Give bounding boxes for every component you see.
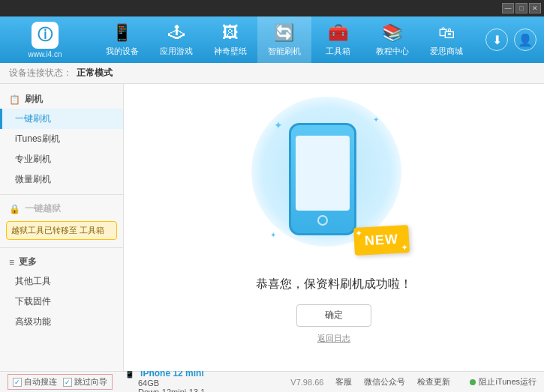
maximize-button[interactable]: □ [515,3,527,13]
auto-connect-check-icon: ✓ [13,378,22,387]
nav-tutorials[interactable]: 📚 教程中心 [365,16,419,63]
more-section-icon: ≡ [9,257,14,268]
sidebar: 📋 刷机 一键刷机 iTunes刷机 专业刷机 微量刷机 🔒 一键越狱 越狱工具… [0,84,124,371]
nav-store-label: 爱思商城 [430,46,463,57]
skip-wizard-checkbox[interactable]: ✓ 跳过向导 [63,376,107,388]
content-area: ✦ ✦ ✦ NEW 恭喜您，保资料刷机成功啦！ 确定 返回日志 [124,84,544,371]
nav-wallpaper-label: 神奇壁纸 [214,46,247,57]
tools-icon: 🧰 [328,23,348,43]
device-info: 📱 iPhone 12 mini 64GB Down-12mini-13,1 [125,368,205,393]
skip-wizard-label: 跳过向导 [74,376,107,388]
itunes-status: 阻止iTunes运行 [470,376,536,388]
jailbreak-section-title: 一键越狱 [25,202,61,215]
bottom-bar: ✓ 自动搜连 ✓ 跳过向导 📱 iPhone 12 mini 64GB Down… [0,371,544,392]
main-area: 📋 刷机 一键刷机 iTunes刷机 专业刷机 微量刷机 🔒 一键越狱 越狱工具… [0,84,544,371]
checkbox-group: ✓ 自动搜连 ✓ 跳过向导 [8,374,113,390]
sidebar-section-jailbreak: 🔒 一键越狱 [0,199,123,218]
nav-tools[interactable]: 🧰 工具箱 [311,16,365,63]
status-label: 设备连接状态： [9,67,72,79]
sidebar-item-wipe-flash[interactable]: 微量刷机 [0,169,123,190]
flash-section-icon: 📋 [9,94,20,105]
phone-screen [296,136,350,211]
flash-section-title: 刷机 [25,93,43,106]
nav-store[interactable]: 🛍 爱思商城 [419,16,473,63]
back-log-link[interactable]: 返回日志 [317,333,350,344]
minimize-button[interactable]: — [502,3,514,13]
sidebar-item-advanced[interactable]: 高级功能 [0,312,123,332]
title-bar: — □ ✕ [0,0,544,16]
smart-flash-icon: 🔄 [274,23,294,43]
wechat-link[interactable]: 微信公众号 [364,376,405,388]
jailbreak-warning: 越狱工具已转移至 工具箱 [6,221,117,240]
pro-flash-label: 专业刷机 [15,153,51,166]
sidebar-item-pro-flash[interactable]: 专业刷机 [0,149,123,169]
logo-text: www.i4.cn [28,50,62,58]
logo-icon: ⓘ [32,22,59,49]
nav-apps-games-label: 应用游戏 [160,46,193,57]
device-storage: 64GB [138,379,159,388]
nav-bar: 📱 我的设备 🕹 应用游戏 🖼 神奇壁纸 🔄 智能刷机 🧰 工具箱 📚 教程中心… [83,16,485,63]
device-model: Down-12mini-13,1 [138,388,205,393]
sparkle-3: ✦ [270,231,276,239]
sparkle-2: ✦ [373,115,379,124]
bottom-right: V7.98.66 客服 微信公众号 检查更新 [290,376,450,388]
success-message: 恭喜您，保资料刷机成功啦！ [256,277,412,292]
apps-games-icon: 🕹 [168,23,185,43]
wallpaper-icon: 🖼 [222,23,239,43]
auto-connect-label: 自动搜连 [24,376,57,388]
itunes-flash-label: iTunes刷机 [15,133,60,145]
itunes-status-dot [470,379,476,385]
itunes-status-label: 阻止iTunes运行 [479,376,536,388]
account-button[interactable]: 👤 [514,28,536,51]
check-update-link[interactable]: 检查更新 [417,376,450,388]
close-button[interactable]: ✕ [529,3,541,13]
sidebar-divider-1 [0,194,123,195]
advanced-label: 高级功能 [15,316,51,328]
store-icon: 🛍 [438,23,455,43]
new-badge: NEW [353,225,410,256]
sidebar-divider-2 [0,247,123,248]
tutorials-icon: 📚 [382,23,402,43]
nav-tools-label: 工具箱 [326,46,350,57]
confirm-button[interactable]: 确定 [296,304,371,327]
sidebar-section-more: ≡ 更多 [0,253,123,271]
bottom-left: ✓ 自动搜连 ✓ 跳过向导 📱 iPhone 12 mini 64GB Down… [8,368,205,393]
skip-wizard-check-icon: ✓ [63,378,72,387]
sidebar-item-one-click[interactable]: 一键刷机 [0,109,123,129]
nav-wallpaper[interactable]: 🖼 神奇壁纸 [203,16,257,63]
phone-illustration: ✦ ✦ ✦ NEW [266,112,401,262]
sidebar-item-itunes-flash[interactable]: iTunes刷机 [0,129,123,149]
download-button[interactable]: ⬇ [485,28,508,51]
customer-service-link[interactable]: 客服 [335,376,352,388]
sidebar-item-download-fw[interactable]: 下载固件 [0,292,123,312]
nav-my-device[interactable]: 📱 我的设备 [95,16,149,63]
logo-area[interactable]: ⓘ www.i4.cn [8,22,83,58]
jailbreak-lock-icon: 🔒 [9,204,20,214]
auto-connect-checkbox[interactable]: ✓ 自动搜连 [13,376,57,388]
sidebar-section-flash: 📋 刷机 [0,90,123,109]
status-bar: 设备连接状态： 正常模式 [0,63,544,84]
nav-tutorials-label: 教程中心 [376,46,409,57]
one-click-label: 一键刷机 [15,112,51,125]
my-device-icon: 📱 [112,23,132,43]
status-value: 正常模式 [77,67,113,79]
sidebar-item-other-tools[interactable]: 其他工具 [0,271,123,292]
phone-shape [289,123,356,235]
header-right: ⬇ 👤 [485,28,536,51]
nav-my-device-label: 我的设备 [106,46,139,57]
wipe-flash-label: 微量刷机 [15,173,51,186]
nav-smart-flash[interactable]: 🔄 智能刷机 [257,16,311,63]
nav-smart-flash-label: 智能刷机 [268,46,301,57]
phone-home-btn [317,215,328,226]
version-text: V7.98.66 [290,378,323,387]
nav-apps-games[interactable]: 🕹 应用游戏 [149,16,203,63]
more-section-title: 更多 [19,256,37,268]
download-fw-label: 下载固件 [15,295,51,308]
sparkle-1: ✦ [274,119,283,131]
header: ⓘ www.i4.cn 📱 我的设备 🕹 应用游戏 🖼 神奇壁纸 🔄 智能刷机 … [0,16,544,63]
other-tools-label: 其他工具 [15,275,51,288]
